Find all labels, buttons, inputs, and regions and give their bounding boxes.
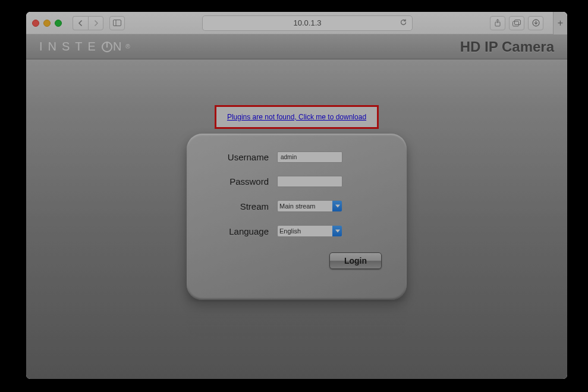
page-title: HD IP Camera bbox=[460, 39, 554, 55]
sidebar-button[interactable] bbox=[109, 16, 125, 30]
password-label: Password bbox=[212, 176, 269, 186]
address-text: 10.0.1.3 bbox=[294, 18, 322, 27]
login-button[interactable]: Login bbox=[329, 252, 382, 269]
maximize-window-button[interactable] bbox=[55, 20, 62, 27]
toolbar-right bbox=[490, 16, 543, 30]
registered-mark: ® bbox=[125, 43, 130, 50]
power-icon bbox=[102, 42, 112, 52]
stream-label: Stream bbox=[212, 201, 269, 211]
brand-logo: INSTEN® bbox=[39, 40, 130, 53]
plugin-notice: Plugins are not found, Click me to downl… bbox=[215, 105, 379, 129]
svg-rect-3 bbox=[513, 21, 519, 26]
username-input[interactable] bbox=[277, 151, 342, 163]
download-plugin-link[interactable]: Plugins are not found, Click me to downl… bbox=[227, 113, 366, 121]
share-button[interactable] bbox=[490, 16, 505, 30]
brand-bar: INSTEN® HD IP Camera bbox=[26, 34, 567, 59]
nav-back-forward bbox=[73, 16, 103, 30]
svg-rect-4 bbox=[515, 20, 521, 24]
forward-button[interactable] bbox=[88, 16, 103, 30]
svg-rect-0 bbox=[114, 20, 121, 26]
brand-name-right: N bbox=[113, 40, 127, 53]
new-tab-button[interactable]: + bbox=[553, 12, 567, 34]
back-button[interactable] bbox=[73, 16, 88, 30]
password-input[interactable] bbox=[277, 176, 342, 187]
minimize-window-button[interactable] bbox=[43, 20, 51, 27]
language-select[interactable]: English bbox=[277, 225, 342, 237]
panel-reflection bbox=[187, 302, 407, 337]
login-panel: Username Password Stream Main stream Lan… bbox=[187, 134, 407, 300]
brand-name-left: INSTE bbox=[39, 40, 101, 53]
browser-toolbar: 10.0.1.3 + bbox=[26, 12, 567, 34]
reload-icon[interactable] bbox=[400, 18, 407, 28]
window-controls bbox=[32, 20, 62, 27]
safari-window: 10.0.1.3 + INSTEN® HD IP Camera bbox=[26, 12, 567, 379]
tabs-button[interactable] bbox=[509, 16, 524, 30]
stream-select[interactable]: Main stream bbox=[277, 200, 342, 212]
username-label: Username bbox=[212, 152, 269, 162]
address-bar[interactable]: 10.0.1.3 bbox=[202, 15, 413, 31]
close-window-button[interactable] bbox=[32, 20, 39, 27]
downloads-button[interactable] bbox=[528, 16, 543, 30]
language-label: Language bbox=[212, 226, 269, 236]
page-content: INSTEN® HD IP Camera Plugins are not fou… bbox=[26, 34, 567, 379]
